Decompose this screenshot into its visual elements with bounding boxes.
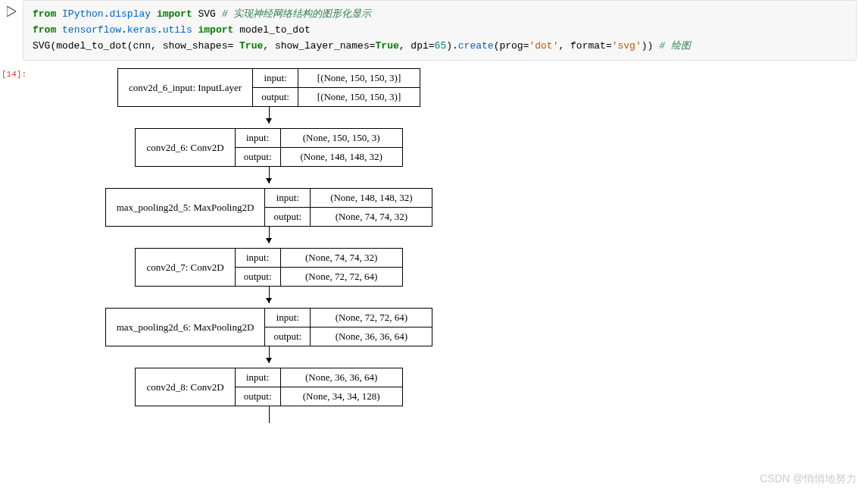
layer-label: conv2d_6_input: InputLayer [118, 69, 253, 106]
arrow [57, 287, 481, 308]
run-button[interactable] [0, 0, 23, 61]
code-line-1: from IPython.display import SVG # 实现神经网络… [33, 7, 847, 23]
io-label-output: output: [236, 148, 281, 166]
io-label-input: input: [265, 189, 311, 207]
io-value: [(None, 150, 150, 3)] [298, 88, 420, 106]
watermark: CSDN @悄悄地努力 [760, 472, 857, 486]
play-icon [7, 6, 16, 17]
arrow [57, 227, 481, 248]
io-value: (None, 148, 148, 32) [311, 189, 432, 207]
output-execution-count: [14]: [0, 68, 34, 428]
layer-node: conv2d_6: Conv2D input:(None, 150, 150, … [135, 128, 402, 167]
layer-node: conv2d_7: Conv2D input:(None, 74, 74, 32… [135, 248, 402, 287]
svg-marker-0 [7, 6, 16, 17]
io-value: (None, 148, 148, 32) [281, 148, 402, 166]
io-value: (None, 72, 72, 64) [281, 268, 402, 286]
layer-node: max_pooling2d_6: MaxPooling2D input:(Non… [105, 308, 433, 346]
code-line-2: from tensorflow.keras.utils import model… [33, 23, 847, 39]
arrow [57, 107, 481, 128]
layer-label: conv2d_6: Conv2D [136, 129, 235, 166]
io-value: [(None, 150, 150, 3)] [298, 69, 420, 87]
io-value: (None, 150, 150, 3) [281, 129, 402, 147]
io-label-output: output: [253, 88, 298, 106]
arrow [57, 167, 481, 188]
layer-label: max_pooling2d_5: MaxPooling2D [106, 189, 266, 226]
layer-label: conv2d_8: Conv2D [136, 368, 235, 406]
io-label-input: input: [236, 368, 281, 387]
io-label-input: input: [236, 129, 281, 147]
code-cell-container: from IPython.display import SVG # 实现神经网络… [0, 0, 868, 61]
model-diagram: conv2d_6_input: InputLayer input:[(None,… [57, 68, 481, 428]
io-label-output: output: [236, 268, 281, 286]
output-container: [14]: conv2d_6_input: InputLayer input:[… [0, 68, 868, 428]
io-value: (None, 72, 72, 64) [311, 309, 432, 327]
io-value: (None, 74, 74, 32) [311, 208, 432, 226]
io-label-output: output: [236, 387, 281, 406]
layer-label: conv2d_7: Conv2D [136, 249, 235, 286]
io-value: (None, 74, 74, 32) [281, 249, 402, 267]
io-value: (None, 36, 36, 64) [281, 368, 402, 387]
io-value: (None, 34, 34, 128) [281, 387, 402, 406]
layer-node: conv2d_8: Conv2D input:(None, 36, 36, 64… [135, 368, 402, 406]
layer-node: conv2d_6_input: InputLayer input:[(None,… [117, 68, 420, 107]
code-editor[interactable]: from IPython.display import SVG # 实现神经网络… [23, 0, 857, 61]
io-label-input: input: [265, 309, 311, 327]
arrow [57, 406, 481, 428]
code-line-3: SVG(model_to_dot(cnn, show_shapes= True,… [33, 39, 847, 55]
layer-label: max_pooling2d_6: MaxPooling2D [106, 309, 266, 346]
io-label-input: input: [253, 69, 298, 87]
io-label-output: output: [265, 327, 311, 346]
io-label-input: input: [236, 249, 281, 267]
io-value: (None, 36, 36, 64) [311, 327, 432, 346]
layer-node: max_pooling2d_5: MaxPooling2D input:(Non… [105, 188, 433, 227]
output-content: conv2d_6_input: InputLayer input:[(None,… [34, 68, 868, 428]
io-label-output: output: [265, 208, 311, 226]
arrow [57, 346, 481, 368]
